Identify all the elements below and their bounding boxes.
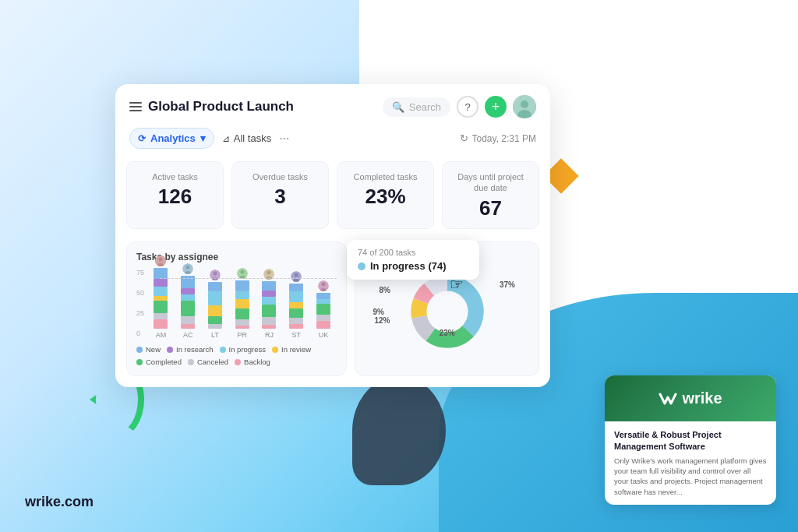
analytics-button[interactable]: ⟳ Analytics ▾ [129, 128, 214, 149]
svg-point-30 [427, 292, 467, 332]
wrike-url-label: wrike.com [25, 494, 94, 510]
donut-label-12: 12% [374, 316, 390, 325]
bar-group-lt: LT [202, 270, 229, 339]
avatar-ac [182, 263, 193, 274]
bar-group-st: ST [283, 271, 310, 339]
stat-label-due-date: Days until project due date [450, 171, 531, 194]
analytics-label: Analytics [150, 132, 196, 144]
analytics-icon: ⟳ [138, 133, 146, 144]
cursor-hand-icon: ☞ [450, 275, 464, 294]
analytics-card: Global Product Launch 🔍 Search ? + [115, 84, 550, 387]
bar-label-am: AM [156, 331, 167, 339]
search-placeholder: Search [409, 101, 441, 113]
stat-label-active: Active tasks [135, 171, 215, 182]
stat-value-due-date: 67 [450, 197, 531, 220]
svg-point-4 [159, 258, 163, 262]
stat-value-completed: 23% [345, 185, 425, 208]
avatar-pr [237, 268, 248, 279]
stat-label-overdue: Overdue tasks [240, 171, 320, 182]
help-button[interactable]: ? [457, 96, 478, 118]
bar-stack-lt [207, 282, 223, 329]
avatar-am [155, 255, 166, 266]
charts-row: Tasks by assignee 75 50 25 0 [115, 238, 550, 387]
bar-chart-area: 75 50 25 0 [136, 269, 337, 339]
bar-group-uk: UK [310, 280, 337, 339]
legend-in-progress: In progress [220, 345, 267, 354]
bar-group-ac: AC [175, 263, 202, 339]
add-button[interactable]: + [485, 96, 507, 118]
svg-point-22 [321, 283, 325, 287]
stats-grid: Active tasks 126 Overdue tasks 3 Complet… [115, 155, 550, 238]
filter-label: All tasks [234, 132, 271, 144]
bar-group-am: AM [147, 255, 175, 339]
donut-svg [404, 269, 490, 354]
bar-chart-card: Tasks by assignee 75 50 25 0 [126, 241, 347, 376]
bar-stack-ac [180, 276, 196, 329]
stat-value-overdue: 3 [240, 185, 320, 208]
chevron-down-icon: ▾ [200, 132, 206, 144]
donut-label-9: 9% [373, 308, 383, 316]
wrike-body: Versatile & Robust Project Management So… [605, 421, 776, 505]
stat-value-active: 126 [135, 185, 215, 208]
bar-label-uk: UK [319, 331, 329, 339]
dotted-line [160, 278, 337, 279]
svg-point-7 [186, 266, 190, 270]
wrike-logo-icon [659, 391, 677, 407]
decorative-dark-blob [352, 376, 446, 485]
svg-point-13 [240, 270, 244, 274]
bar-stack-pr [235, 280, 250, 329]
bar-stack-am [153, 268, 168, 329]
bar-group-rj: RJ [256, 269, 283, 339]
donut-label-37: 37% [500, 280, 515, 289]
donut-chart-area: 37% 23% 12% 9% 8% [365, 269, 529, 354]
wrike-logo: wrike [659, 389, 722, 407]
stat-card-due-date: Days until project due date 67 [442, 161, 539, 229]
wrike-card-title: Versatile & Robust Project Management So… [614, 429, 767, 452]
donut-label-8: 8% [379, 286, 390, 294]
legend-new: New [136, 345, 161, 354]
stat-label-completed: Completed tasks [345, 171, 425, 182]
user-avatar[interactable] [513, 95, 536, 118]
svg-point-16 [267, 271, 271, 275]
donut-label-23: 23% [440, 329, 455, 337]
bar-label-st: ST [291, 331, 301, 339]
filter-icon: ⊿ [222, 133, 230, 144]
bar-stack-rj [261, 281, 277, 329]
bar-label-ac: AC [183, 331, 193, 339]
card-title: Global Product Launch [148, 99, 294, 115]
more-options-button[interactable]: ··· [279, 132, 289, 146]
stat-card-overdue-tasks: Overdue tasks 3 [231, 161, 329, 229]
svg-point-10 [213, 272, 217, 276]
card-toolbar: ⟳ Analytics ▾ ⊿ All tasks ··· ↻ Today, 2… [115, 125, 550, 155]
legend-completed: Completed [136, 358, 182, 366]
bar-stack-st [288, 284, 304, 329]
bar-label-rj: RJ [265, 331, 274, 339]
refresh-icon[interactable]: ↻ [460, 132, 468, 144]
filter-button[interactable]: ⊿ All tasks [222, 132, 271, 144]
tooltip-label: In progress (74) [358, 260, 468, 272]
bar-chart-legend: New In research In progress In review Co… [136, 345, 337, 366]
search-icon: 🔍 [392, 101, 404, 113]
svg-point-19 [295, 273, 298, 277]
bar-stack-uk [316, 293, 331, 329]
stat-card-completed-tasks: Completed tasks 23% [337, 161, 434, 229]
legend-canceled: Canceled [188, 358, 228, 366]
stat-card-active-tasks: Active tasks 126 [126, 161, 224, 229]
wrike-promo-card: wrike Versatile & Robust Project Managem… [605, 375, 776, 505]
avatar-st [291, 271, 302, 282]
tooltip-dot [358, 262, 365, 270]
legend-backlog: Backlog [235, 358, 270, 366]
y-axis: 75 50 25 0 [136, 269, 144, 339]
toolbar-right: ↻ Today, 2:31 PM [460, 132, 537, 144]
search-box[interactable]: 🔍 Search [383, 97, 450, 117]
toolbar-left: ⟳ Analytics ▾ ⊿ All tasks ··· [129, 128, 290, 149]
legend-in-research: In research [167, 345, 214, 354]
bar-label-pr: PR [237, 331, 247, 339]
header-right: 🔍 Search ? + [383, 95, 536, 118]
svg-point-1 [521, 100, 528, 108]
wrike-header: wrike [605, 375, 776, 421]
avatar-uk [318, 280, 329, 291]
card-title-area: Global Product Launch [129, 99, 294, 115]
tooltip-popup: 74 of 200 tasks In progress (74) ☞ [347, 240, 479, 280]
hamburger-menu-icon[interactable] [129, 102, 142, 111]
